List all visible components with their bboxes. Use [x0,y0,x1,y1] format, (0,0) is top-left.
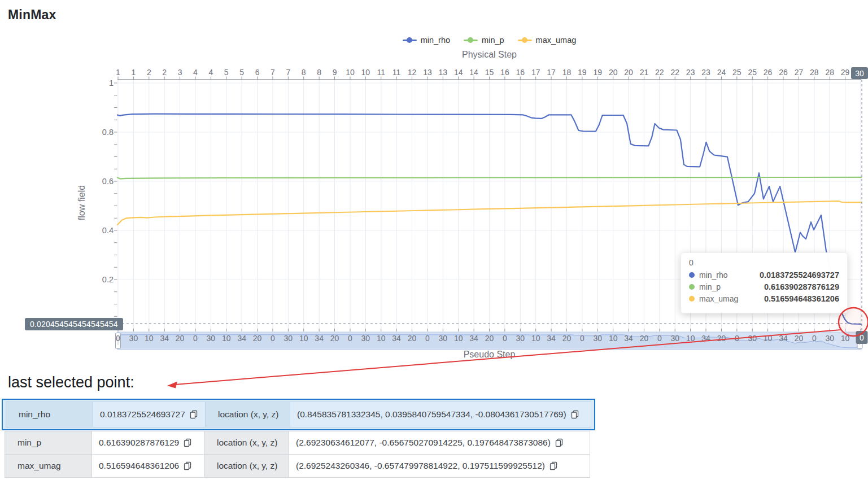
legend-label: min_p [482,36,504,45]
x-top-tick-label: 21 [640,68,649,77]
x-bottom-tick-label: 20 [640,334,649,343]
x-top-tick-label: 28 [810,68,819,77]
x-top-tick-label: 29 [841,68,850,77]
x-bottom-tick-label: 30 [593,334,602,343]
location-value: (0.845835781332345, 0.0395840759547334, … [297,409,566,420]
table-row-max_umag[interactable]: max_umag0.516594648361206location (x, y,… [5,454,592,478]
x-top-tick-label: 2 [162,68,167,77]
x-top-axis-title: Physical Step [117,50,861,60]
metric-value-cell: 0.0183725524693727 [93,402,206,427]
x-bottom-tick-label: 10 [841,334,850,343]
x-top-tick-label: 26 [764,68,773,77]
x-bottom-tick-label: 30 [207,334,216,343]
x-bottom-tick-label: 10 [145,334,154,343]
x-bottom-tick-label: 10 [299,334,308,343]
x-top-tick-label: 26 [779,68,788,77]
x-bottom-tick-label: 34 [469,334,478,343]
x-bottom-tick-label: 34 [315,334,324,343]
tooltip-series-name: min_rho [699,270,728,280]
x-bottom-tick-label: 10 [531,334,540,343]
x-bottom-tick-label: 0 [503,334,507,343]
location-value-cell: (2.69230634612077, -0.656750270914225, 0… [289,431,590,455]
tooltip-series-dot [689,296,695,302]
x-top-tick-label: 16 [500,68,509,77]
legend-dot [407,37,412,43]
x-top-tick-label: 23 [701,68,710,77]
x-top-tick-label: 20 [624,68,633,77]
y-axis-title: flow field [77,174,87,231]
selected-point-table: min_rho0.0183725524693727location (x, y,… [5,399,592,478]
x-bottom-hover-badge-text: 0 [860,333,864,342]
legend-item-min_p[interactable]: min_p [464,36,504,45]
x-top-tick-label: 25 [732,68,741,77]
x-top-tick-label: 10 [346,68,355,77]
location-value: (2.6925243260346, -0.657479978814922, 0.… [296,461,545,471]
x-bottom-tick-label: 0 [580,334,585,343]
table-row-min_rho[interactable]: min_rho0.0183725524693727location (x, y,… [6,402,591,427]
x-top-axis: 1122344556778891010111112131314141516161… [116,68,865,80]
x-bottom-tick-label: 20 [795,334,804,343]
copy-icon[interactable] [571,410,579,419]
x-top-tick-label: 14 [454,68,463,77]
x-bottom-tick-label: 20 [717,334,726,343]
x-top-tick-label: 7 [286,68,290,77]
last-selected-point-heading: last selected point: [8,374,134,391]
x-bottom-tick-label: 20 [330,334,339,343]
x-top-tick-label: 7 [271,68,275,77]
tooltip-row-min_rho: min_rho0.0183725524693727 [689,270,839,280]
location-label-cell: location (x, y, z) [205,402,290,427]
copy-icon[interactable] [555,438,563,447]
legend-marker-icon [518,37,532,43]
x-top-tick-label: 22 [670,68,679,77]
x-top-tick-label: 16 [516,68,525,77]
x-top-tick-label: 25 [748,68,757,77]
legend-label: max_umag [536,36,577,45]
x-bottom-tick-label: 34 [237,334,246,343]
x-bottom-tick-label: 30 [439,334,448,343]
x-bottom-tick-label: 20 [562,334,572,343]
x-top-tick-label: 9 [333,68,337,77]
tooltip-series-dot [689,284,695,290]
x-bottom-tick-label: 30 [516,334,525,343]
legend-marker-icon [464,37,478,43]
x-bottom-axis: 0301034200301034200301034200301034200301… [116,329,865,343]
x-bottom-tick-label: 0 [193,334,198,343]
tooltip-series-name: min_p [699,282,721,291]
x-bottom-tick-label: 10 [609,334,618,343]
x-top-tick-label: 4 [193,68,198,77]
x-bottom-tick-label: 30 [748,334,757,343]
x-top-tick-label: 11 [392,68,401,77]
legend-item-min_rho[interactable]: min_rho [403,36,450,45]
metric-name-cell: max_umag [5,454,92,478]
tooltip-series-value: 0.0183725524693727 [760,270,839,280]
legend-item-max_umag[interactable]: max_umag [518,36,577,45]
y-axis-hover-badge: 0.020454545454545454 [25,318,123,330]
y-tick-label: 0.2 [102,275,114,284]
location-label-cell: location (x, y, z) [204,431,289,455]
x-top-tick-label: 6 [255,68,260,77]
x-bottom-tick-label: 34 [624,334,633,343]
x-bottom-tick-label: 10 [222,334,231,343]
y-tick-label: 1 [109,78,114,88]
x-top-tick-label: 23 [686,68,695,77]
copy-icon[interactable] [184,438,191,447]
x-top-tick-label: 19 [578,68,587,77]
copy-icon[interactable] [190,410,198,419]
location-value: (2.69230634612077, -0.656750270914225, 0… [296,438,551,448]
copy-icon[interactable] [184,461,191,470]
tooltip-series-value: 0.616390287876129 [764,282,839,291]
copy-icon[interactable] [549,461,557,470]
tooltip-series-value: 0.516594648361206 [764,294,839,303]
x-top-tick-label: 17 [531,68,540,77]
selected-row-highlight: min_rho0.0183725524693727location (x, y,… [2,399,595,430]
y-tick-label: 0.6 [102,177,114,186]
x-bottom-hover-badge: 0 [856,331,868,344]
y-tick-label: 0.4 [102,226,114,235]
x-top-tick-label: 13 [439,68,448,77]
x-bottom-tick-label: 30 [284,334,293,343]
x-top-tick-label: 28 [825,68,834,77]
legend-label: min_rho [421,36,450,45]
x-bottom-tick-label: 20 [408,334,417,343]
table-row-min_p[interactable]: min_p0.616390287876129location (x, y, z)… [5,431,592,455]
metric-value-cell: 0.616390287876129 [91,431,204,455]
